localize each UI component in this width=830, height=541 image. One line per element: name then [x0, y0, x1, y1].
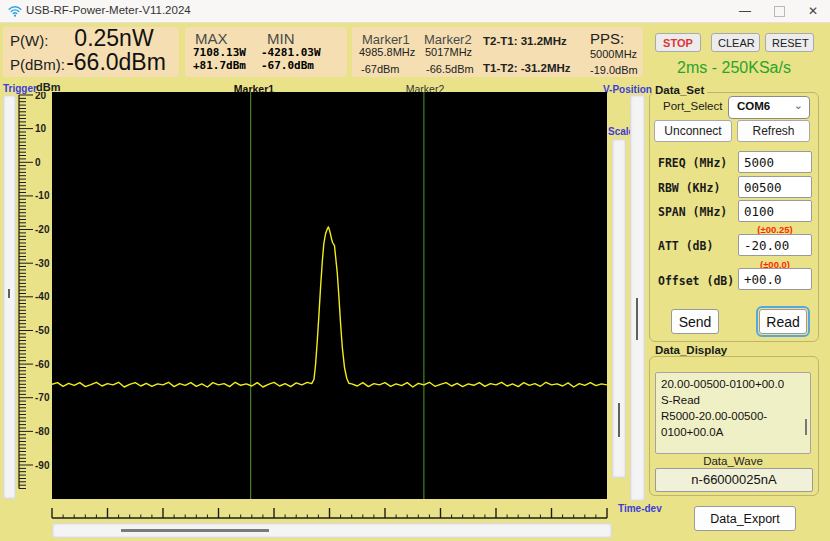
pps-label: PPS: — [590, 30, 624, 47]
svg-text:-50: -50 — [35, 325, 50, 336]
refresh-button[interactable]: Refresh — [737, 120, 810, 142]
maximize-button[interactable] — [762, 0, 796, 22]
timedev-slider-thumb[interactable] — [121, 529, 269, 532]
send-button[interactable]: Send — [671, 309, 719, 334]
min-dbm: -67.0dBm — [261, 59, 314, 72]
spectrum-trace — [52, 227, 607, 387]
marker2-label: Marker2 — [424, 32, 472, 47]
svg-text:-10: -10 — [35, 190, 50, 201]
offset-input[interactable] — [738, 268, 812, 290]
timedev-label: Time-dev — [618, 503, 662, 514]
svg-text:10: 10 — [35, 123, 47, 134]
spectrum-plot[interactable] — [52, 92, 607, 499]
trigger-slider[interactable] — [3, 95, 16, 499]
dbm-ruler: 20100-10-20-30-40-50-60-70-80-90 — [16, 92, 54, 499]
svg-text:-70: -70 — [35, 392, 50, 403]
titlebar: USB-RF-Power-Meter-V11.2024 — ✕ — [0, 0, 830, 23]
span-input[interactable] — [738, 200, 812, 222]
trigger-slider-thumb[interactable] — [8, 289, 10, 298]
min-watts: -4281.03W — [261, 46, 321, 59]
stop-button[interactable]: STOP — [655, 33, 701, 52]
power-readout-panel: P(W): 0.25nW P(dBm): -66.0dBm — [3, 27, 179, 77]
svg-text:-30: -30 — [35, 258, 50, 269]
vposition-label: V-Position — [603, 84, 652, 95]
pw-label: P(W): — [10, 32, 48, 49]
data-display-group-label: Data_Display — [652, 344, 730, 356]
window-title: USB-RF-Power-Meter-V11.2024 — [26, 4, 191, 16]
port-select-label: Port_Select — [663, 100, 722, 112]
read-button[interactable]: Read — [759, 309, 807, 334]
maximize-icon — [774, 6, 785, 17]
minimize-button[interactable]: — — [728, 0, 762, 22]
pdbm-value: -66.0dBm — [55, 49, 177, 76]
pps-dbm: -19.0dBm — [590, 64, 638, 76]
att-input[interactable] — [738, 234, 812, 256]
chevron-down-icon: ⌄ — [794, 99, 803, 112]
att-label: ATT (dB) — [658, 239, 713, 253]
display-line: R5000-20.00-00500- — [661, 408, 805, 424]
display-line: 20.00-00500-0100+00.0 — [661, 376, 805, 392]
time-ruler — [50, 504, 612, 522]
display-line: 0100+00.0A — [661, 424, 805, 440]
marker2-dbm: -66.5dBm — [426, 63, 474, 75]
close-button[interactable]: ✕ — [796, 0, 830, 22]
clear-button[interactable]: CLEAR — [711, 33, 760, 52]
marker1-dbm: -67dBm — [361, 63, 400, 75]
freq-input[interactable] — [738, 151, 812, 173]
data-wave-label: Data_Wave — [649, 455, 817, 467]
port-select-combo[interactable]: COM6 ⌄ — [728, 96, 810, 119]
scale-slider[interactable] — [612, 139, 626, 478]
min-label: MIN — [267, 30, 295, 47]
app-window: USB-RF-Power-Meter-V11.2024 — ✕ P(W): 0.… — [0, 0, 830, 541]
delta-t1t2: T1-T2: -31.2MHz — [483, 62, 571, 74]
marker1-freq: 4985.8MHz — [359, 46, 415, 58]
sample-rate-text: 2ms - 250KSa/s — [648, 59, 820, 77]
pw-value: 0.25nW — [55, 25, 173, 52]
port-select-value: COM6 — [737, 100, 770, 112]
svg-text:-80: -80 — [35, 426, 50, 437]
display-line: S-Read — [661, 392, 805, 408]
vposition-slider[interactable] — [630, 95, 645, 501]
delta-t2t1: T2-T1: 31.2MHz — [483, 35, 567, 47]
svg-text:-40: -40 — [35, 291, 50, 302]
unconnect-button[interactable]: Unconnect — [654, 120, 732, 142]
offset-label: Offset (dB) — [658, 274, 734, 288]
scale-slider-thumb[interactable] — [618, 403, 620, 437]
markers-panel: Marker1 4985.8MHz -67dBm Marker2 5017MHz… — [352, 27, 643, 77]
text-cursor — [805, 419, 807, 435]
freq-label: FREQ (MHz) — [658, 156, 727, 170]
svg-text:-60: -60 — [35, 359, 50, 370]
reset-button[interactable]: RESET — [765, 33, 814, 52]
svg-text:20: 20 — [35, 92, 47, 101]
svg-text:-90: -90 — [35, 460, 50, 471]
data-set-group-label: Data_Set — [652, 84, 707, 96]
wifi-icon — [8, 4, 22, 18]
max-dbm: +81.7dBm — [193, 59, 246, 72]
max-label: MAX — [195, 30, 228, 47]
vposition-slider-thumb[interactable] — [636, 298, 638, 340]
rbw-label: RBW (KHz) — [658, 181, 720, 195]
data-display-textarea[interactable]: 20.00-00500-0100+00.0 S-Read R5000-20.00… — [655, 372, 811, 454]
marker1-label: Marker1 — [362, 32, 410, 47]
svg-text:-20: -20 — [35, 224, 50, 235]
maxmin-panel: MAX 7108.13W +81.7dBm MIN -4281.03W -67.… — [185, 27, 347, 77]
data-export-button[interactable]: Data_Export — [694, 506, 796, 531]
pps-freq: 5000MHz — [590, 48, 637, 60]
max-watts: 7108.13W — [193, 46, 246, 59]
marker2-freq: 5017MHz — [425, 46, 472, 58]
timedev-slider[interactable] — [52, 523, 612, 538]
rbw-input[interactable] — [738, 176, 812, 198]
span-label: SPAN (MHz) — [658, 205, 727, 219]
svg-text:0: 0 — [35, 157, 41, 168]
data-wave-field: n-66000025nA — [655, 468, 813, 492]
